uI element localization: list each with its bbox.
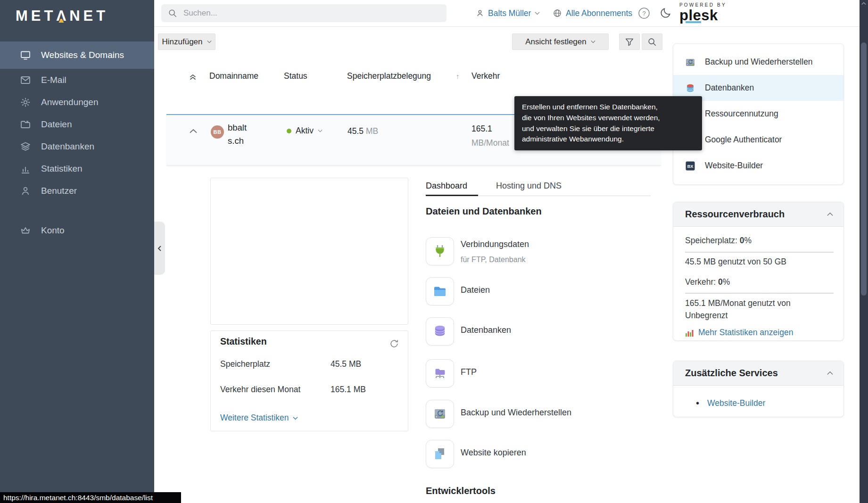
sidebar-item-email[interactable]: E-Mail [0,69,154,91]
svg-text:?: ? [642,10,645,17]
user-name: Balts Müller [488,8,531,18]
more-statistics-link[interactable]: Mehr Statistiken anzeigen [685,328,793,338]
refresh-icon[interactable] [389,338,399,349]
search-input[interactable] [182,8,411,18]
traffic-unit: MB/Monat [471,138,509,148]
sidebar-collapse-handle[interactable] [154,222,165,275]
ftp-label[interactable]: FTP [461,367,477,377]
scrollbar-thumb[interactable] [861,42,867,296]
browser-status-url: https://hira.metanet.ch:8443/smb/databas… [0,492,181,503]
collapse-all-icon[interactable] [188,72,198,82]
menu-item-label: Ressourcennutzung [705,109,778,119]
copy-website-label[interactable]: Website kopieren [461,448,526,458]
user-menu[interactable]: Balts Müller [476,0,540,26]
global-search[interactable] [161,4,446,22]
gear-icon [20,97,31,108]
disk-usage-line: Speicherplatz: 0% [685,236,752,246]
domain-name-link[interactable]: bbalts.ch [228,121,253,148]
stats-disk-label: Speicherplatz [220,359,270,369]
metanet-logo[interactable]: METΛNET [16,8,108,25]
funnel-icon [624,37,635,47]
website-builder-link[interactable]: Website-Builder [707,398,765,408]
filter-button[interactable] [619,33,640,50]
files-icon-button[interactable] [426,277,454,305]
browser-scrollbar[interactable] [860,0,868,503]
tab-dashboard[interactable]: Dashboard [426,181,467,191]
sidebar-item-statistics[interactable]: Statistiken [0,157,154,180]
chevron-up-icon[interactable] [827,212,833,216]
domain-status[interactable]: Aktiv [287,126,322,136]
plesk-logo[interactable]: POWERED BY plesk [679,2,727,23]
traffic-value: 165.1 [471,124,492,133]
sidebar-item-users[interactable]: Benutzer [0,180,154,202]
menu-item-backup[interactable]: Backup und Wiederherstellen [673,49,843,75]
monitor-icon [20,49,31,61]
scroll-up-icon[interactable] [860,2,868,5]
more-statistics-link[interactable]: Weitere Statistiken [220,413,298,423]
column-header-traffic[interactable]: Verkehr [471,71,500,81]
more-statistics-label: Weitere Statistiken [220,413,289,423]
search-icon [168,8,177,18]
databases-icon-button[interactable] [426,317,454,346]
resource-usage-header: Ressourcenverbrauch [673,202,843,227]
column-header-domain[interactable]: Domainname [209,71,258,81]
set-view-label: Ansicht festlegen [525,37,586,47]
copy-website-icon-button[interactable] [426,440,454,468]
chevron-down-icon [207,40,212,43]
sidebar-item-label: Statistiken [41,164,83,174]
dark-mode-moon-icon[interactable] [660,7,672,19]
sidebar-item-applications[interactable]: Anwendungen [0,91,154,113]
backup-label[interactable]: Backup und Wiederherstellen [461,408,571,418]
subscriptions-label: Alle Abonnements [566,8,632,18]
add-button[interactable]: Hinzufügen [158,33,215,50]
disk-progress-bar [685,252,834,253]
connection-info-label[interactable]: Verbindungsdaten [461,239,529,249]
sidebar-item-account[interactable]: Konto [0,219,154,241]
mini-bar-chart-icon [685,328,694,337]
help-icon[interactable]: ? [637,7,651,20]
connection-info-icon-button[interactable] [426,237,454,265]
chevron-up-icon[interactable] [827,371,833,375]
chevron-down-icon [535,11,540,15]
databases-label[interactable]: Datenbanken [461,325,511,335]
menu-item-label: Backup und Wiederherstellen [705,57,813,67]
column-header-status[interactable]: Status [284,71,307,81]
stats-traffic-value: 165.1 MB [331,385,366,395]
files-label[interactable]: Dateien [461,285,490,295]
disk-usage-detail: 45.5 MB genutzt von 50 GB [685,257,786,267]
additional-services-title: Zusätzliche Services [685,368,778,379]
menu-item-website-builder[interactable]: BX Website-Builder [673,153,843,179]
traffic-usage-line: Verkehr: 0% [685,277,730,287]
sidebar-item-websites-domains[interactable]: Websites & Domains [0,41,154,69]
disk-value: 45.5 [347,126,364,136]
envelope-icon [20,74,31,86]
list-search-button[interactable] [642,33,662,50]
disk-unit: MB [366,126,378,136]
row-collapse-icon[interactable] [189,128,198,134]
folder-icon [432,283,448,299]
traffic-pct: 0 [718,277,723,287]
connection-info-sub: für FTP, Datenbank [461,256,526,264]
set-view-button[interactable]: Ansicht festlegen [512,33,609,50]
plesk-underline [686,21,701,23]
tab-hosting-dns[interactable]: Hosting und DNS [496,181,562,191]
disk-pct: 0 [740,236,744,245]
sidebar-item-databases[interactable]: Datenbanken [0,135,154,157]
sidebar-item-label: Websites & Domains [41,50,124,60]
section-title-developer-tools: Entwicklertools [426,486,496,496]
plesk-window: METΛNET Websites & Domains E-Mail Anwend… [0,0,868,503]
ftp-icon-button[interactable] [426,359,454,388]
chevron-left-icon [157,245,162,252]
status-dot-icon [287,129,291,133]
all-subscriptions-link[interactable]: Alle Abonnements [553,0,632,26]
database-icon [685,83,695,93]
chevron-down-icon [591,40,595,43]
section-title-files-databases: Dateien und Datenbanken [426,206,542,217]
sidebar-item-label: Konto [41,225,65,236]
sidebar-item-files[interactable]: Dateien [0,113,154,135]
resource-usage-card: Ressourcenverbrauch Speicherplatz: 0% 45… [673,202,844,341]
column-header-disk[interactable]: Speicherplatzbelegung [347,71,431,81]
backup-icon-button[interactable] [426,400,454,428]
logo-text-post: NET [69,8,108,25]
ftp-folder-network-icon [432,365,448,381]
